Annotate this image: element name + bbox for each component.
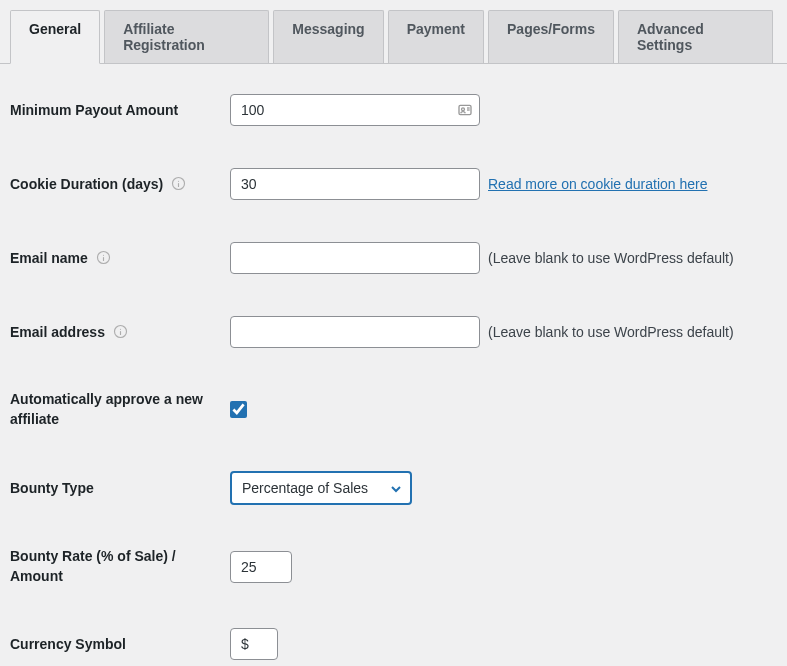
label-bounty-type: Bounty Type: [10, 480, 230, 496]
tab-pages-forms[interactable]: Pages/Forms: [488, 10, 614, 63]
label-email-address-text: Email address: [10, 324, 105, 340]
info-icon[interactable]: [113, 324, 128, 339]
cookie-duration-input[interactable]: [230, 168, 480, 200]
row-cookie-duration: Cookie Duration (days) Read more on cook…: [10, 168, 777, 200]
label-min-payout: Minimum Payout Amount: [10, 102, 230, 118]
bounty-type-select[interactable]: Percentage of Sales: [230, 471, 412, 505]
email-name-hint: (Leave blank to use WordPress default): [488, 250, 734, 266]
label-email-name: Email name: [10, 250, 230, 266]
tabs-nav: General Affiliate Registration Messaging…: [0, 0, 787, 64]
min-payout-input[interactable]: [230, 94, 480, 126]
row-email-address: Email address (Leave blank to use WordPr…: [10, 316, 777, 348]
contact-card-icon: [457, 102, 473, 118]
tab-affiliate-registration[interactable]: Affiliate Registration: [104, 10, 269, 63]
row-min-payout: Minimum Payout Amount: [10, 94, 777, 126]
bounty-type-wrap: Percentage of Sales: [230, 471, 412, 505]
label-currency-symbol: Currency Symbol: [10, 636, 230, 652]
auto-approve-checkbox[interactable]: [230, 401, 247, 418]
row-bounty-type: Bounty Type Percentage of Sales: [10, 471, 777, 505]
row-auto-approve: Automatically approve a new affiliate: [10, 390, 777, 429]
min-payout-wrapper: [230, 94, 480, 126]
info-icon[interactable]: [171, 176, 186, 191]
form-area: Minimum Payout Amount Cookie Duration (d…: [0, 64, 787, 666]
label-bounty-rate: Bounty Rate (% of Sale) / Amount: [10, 547, 230, 586]
tab-messaging[interactable]: Messaging: [273, 10, 383, 63]
cookie-duration-link[interactable]: Read more on cookie duration here: [488, 176, 707, 192]
tab-general[interactable]: General: [10, 10, 100, 64]
email-address-hint: (Leave blank to use WordPress default): [488, 324, 734, 340]
label-auto-approve: Automatically approve a new affiliate: [10, 390, 230, 429]
svg-point-1: [462, 108, 465, 111]
tab-advanced-settings[interactable]: Advanced Settings: [618, 10, 773, 63]
email-address-input[interactable]: [230, 316, 480, 348]
label-cookie-duration-text: Cookie Duration (days): [10, 176, 163, 192]
tab-payment[interactable]: Payment: [388, 10, 484, 63]
label-email-name-text: Email name: [10, 250, 88, 266]
email-name-input[interactable]: [230, 242, 480, 274]
row-currency-symbol: Currency Symbol: [10, 628, 777, 660]
currency-symbol-input[interactable]: [230, 628, 278, 660]
label-cookie-duration: Cookie Duration (days): [10, 176, 230, 192]
info-icon[interactable]: [96, 250, 111, 265]
row-email-name: Email name (Leave blank to use WordPress…: [10, 242, 777, 274]
bounty-rate-input[interactable]: [230, 551, 292, 583]
label-email-address: Email address: [10, 324, 230, 340]
row-bounty-rate: Bounty Rate (% of Sale) / Amount: [10, 547, 777, 586]
